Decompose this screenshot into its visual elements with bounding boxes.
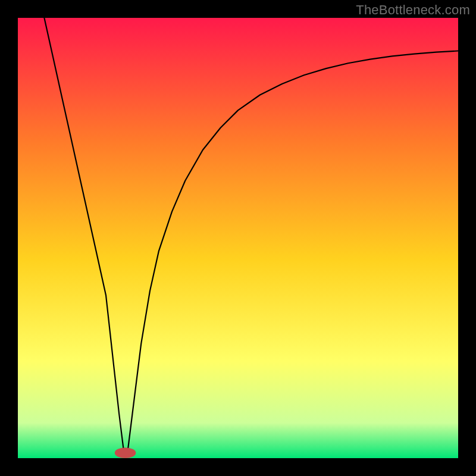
watermark-text: TheBottleneck.com xyxy=(356,2,470,18)
plot-area xyxy=(18,18,458,458)
chart-stage: TheBottleneck.com xyxy=(0,0,476,476)
minimum-marker xyxy=(115,447,136,458)
gradient-background xyxy=(18,18,458,458)
chart-svg xyxy=(18,18,458,458)
